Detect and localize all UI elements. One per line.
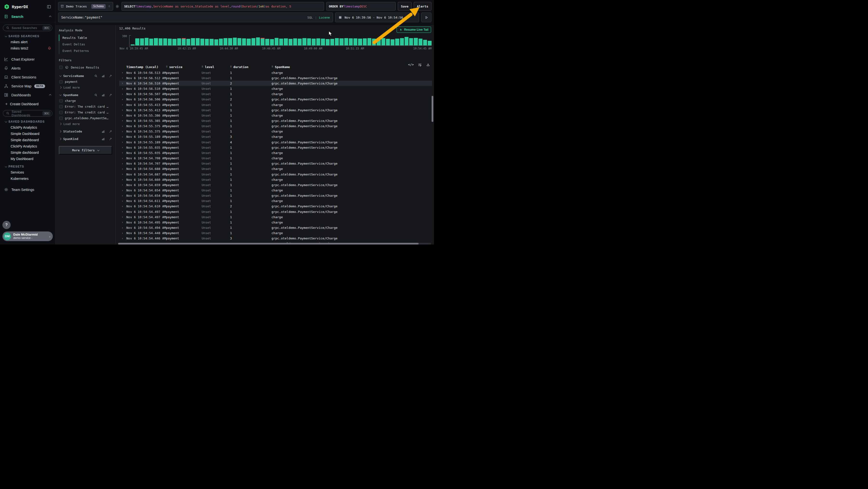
filter-group-header[interactable]: ServiceName (59, 74, 112, 78)
saved-searches-header[interactable]: SAVED SEARCHES (0, 33, 55, 39)
brand-logo[interactable]: HyperDX (4, 4, 28, 10)
table-row[interactable]: ›Nov 6 10:54:54.654 AMpaymentUnset1charg… (119, 188, 432, 193)
expand-row-chevron[interactable]: › (119, 71, 126, 74)
presets-header[interactable]: PRESETS (0, 162, 55, 169)
histogram-bar[interactable] (210, 39, 213, 46)
histogram-bar[interactable] (149, 39, 153, 46)
histogram-bar[interactable] (340, 38, 343, 46)
table-row[interactable]: ›Nov 6 10:54:55.375 AMpaymentUnset1grpc.… (119, 123, 432, 129)
histogram-bar[interactable] (293, 38, 297, 46)
column-header-duration[interactable]: ⠿duration (230, 65, 272, 69)
expand-row-chevron[interactable]: › (119, 215, 126, 219)
histogram-bar[interactable] (418, 39, 423, 46)
pin-icon[interactable] (109, 74, 112, 78)
expand-row-chevron[interactable]: › (119, 108, 126, 112)
saved-dashboard-item[interactable]: Simple dashboard (0, 137, 55, 143)
histogram-bar[interactable] (242, 38, 246, 46)
source-settings-button[interactable] (115, 4, 119, 8)
expand-row-chevron[interactable]: › (119, 135, 126, 139)
histogram-bar[interactable] (330, 39, 334, 46)
histogram-bar[interactable] (256, 37, 260, 46)
collapse-sidebar-button[interactable] (46, 4, 51, 9)
column-header-service[interactable]: ⠿service (166, 65, 202, 69)
checkbox[interactable] (59, 117, 63, 120)
more-filters-button[interactable]: More filters (59, 146, 112, 154)
histogram-bar[interactable] (275, 38, 278, 46)
table-row[interactable]: ›Nov 6 10:54:55.413 AMpaymentUnset1charg… (119, 102, 432, 107)
table-row[interactable]: ›Nov 6 10:54:54.659 AMpaymentUnset1grpc.… (119, 182, 432, 188)
saved-dashboard-item[interactable]: My Dashboard (0, 156, 55, 162)
expand-row-chevron[interactable]: › (119, 156, 126, 160)
expand-row-chevron[interactable]: › (119, 237, 126, 240)
run-query-button[interactable] (421, 12, 431, 22)
histogram-bar[interactable] (344, 38, 348, 46)
table-row[interactable]: ›Nov 6 10:54:56.512 AMpaymentUnset1grpc.… (119, 75, 432, 81)
load-more-button[interactable]: Load more (60, 86, 112, 89)
histogram-bar[interactable] (386, 39, 390, 46)
histogram-bar[interactable] (145, 38, 149, 46)
saved-dashboard-item[interactable]: Simple Dashboard (0, 131, 55, 137)
histogram-bar[interactable] (400, 38, 404, 46)
histogram-bar[interactable] (238, 38, 241, 46)
drag-grip-icon[interactable]: ⠿ (272, 66, 273, 68)
histogram-bar[interactable] (251, 38, 255, 46)
table-row[interactable]: ›Nov 6 10:54:56.513 AMpaymentUnset1charg… (119, 70, 432, 75)
filter-group-header[interactable]: SpanKind (59, 137, 112, 141)
histogram-bar[interactable] (405, 37, 408, 46)
table-row[interactable]: ›Nov 6 10:54:54.660 AMpaymentUnset1charg… (119, 177, 432, 182)
table-row[interactable]: ›Nov 6 10:54:56.506 AMpaymentUnset2grpc.… (119, 97, 432, 102)
histogram-bar[interactable] (353, 38, 357, 46)
histogram-bar[interactable] (321, 39, 325, 46)
histogram-bar[interactable] (228, 38, 232, 46)
sidebar-item-service-map[interactable]: Service Map BETA (0, 82, 55, 90)
saved-search-item[interactable]: mikes tets2 (0, 45, 55, 51)
expand-row-chevron[interactable]: › (119, 194, 126, 197)
checkbox[interactable] (59, 66, 63, 69)
expand-row-chevron[interactable]: › (119, 189, 126, 192)
date-range-picker[interactable]: Nov 6 10:39:56 - Nov 6 10:54:56 (335, 12, 419, 22)
histogram-bar[interactable] (131, 45, 134, 46)
table-row[interactable]: ›Nov 6 10:54:54.495 AMpaymentUnset1charg… (119, 220, 432, 225)
drag-grip-icon[interactable]: ⠿ (230, 66, 232, 68)
save-button[interactable]: Save (398, 2, 411, 10)
histogram-bar[interactable] (191, 38, 195, 46)
filter-option[interactable]: payment (59, 80, 112, 84)
histogram-bar[interactable] (349, 38, 353, 46)
filter-option[interactable]: Error: The credit card … (59, 111, 112, 114)
help-button[interactable]: ? (2, 221, 10, 229)
drag-grip-icon[interactable]: ⠿ (202, 66, 204, 68)
table-row[interactable]: ›Nov 6 10:54:56.507 AMpaymentUnset1charg… (119, 91, 432, 97)
sidebar-item-client-sessions[interactable]: Client Sessions (0, 73, 55, 82)
histogram-bar[interactable] (168, 39, 172, 46)
bars-icon[interactable] (101, 74, 105, 78)
sidebar-item-chart-explorer[interactable]: Chart Explorer (0, 55, 55, 64)
histogram-bar[interactable] (298, 39, 302, 46)
sidebar-item-search[interactable]: Search (0, 12, 55, 21)
saved-dashboards-input[interactable]: Saved Dashboards ⌘K (3, 110, 52, 117)
histogram-bar[interactable] (289, 39, 292, 46)
user-profile[interactable]: DM Dale McDiarmid demo-service - › (2, 231, 53, 241)
alerts-button[interactable]: Alerts (414, 2, 431, 10)
expand-row-chevron[interactable]: › (119, 221, 126, 224)
checkbox[interactable] (59, 105, 63, 108)
saved-dashboard-item[interactable]: ClickPy Analytics (0, 124, 55, 131)
table-row[interactable]: ›Nov 6 10:54:55.189 AMpaymentUnset3charg… (119, 134, 432, 140)
histogram-bar[interactable] (409, 38, 413, 46)
column-header-timestamp-local-[interactable]: Timestamp (Local) (126, 65, 166, 69)
create-dashboard-button[interactable]: + Create Dashboard (0, 99, 55, 108)
analysis-mode-event-deltas[interactable]: Event Deltas (59, 41, 112, 48)
histogram-bar[interactable] (140, 38, 144, 46)
expand-row-chevron[interactable]: › (119, 151, 126, 154)
histogram-bar[interactable] (177, 38, 181, 46)
expand-row-chevron[interactable]: › (119, 114, 126, 117)
histogram-bar[interactable] (163, 38, 167, 46)
histogram-bar[interactable] (265, 39, 269, 46)
checkbox[interactable] (59, 80, 63, 84)
expand-row-chevron[interactable]: › (119, 162, 126, 165)
saved-search-item[interactable]: mikes alert (0, 39, 55, 45)
search-query-input[interactable]: ServiceName:"payment" SQL | Lucene (58, 12, 333, 22)
table-row[interactable]: ›Nov 6 10:54:54.610 AMpaymentUnset2grpc.… (119, 204, 432, 209)
histogram-bar[interactable] (159, 38, 162, 46)
table-row[interactable]: ›Nov 6 10:54:55.385 AMpaymentUnset1grpc.… (119, 118, 432, 123)
search-icon[interactable] (94, 93, 98, 97)
